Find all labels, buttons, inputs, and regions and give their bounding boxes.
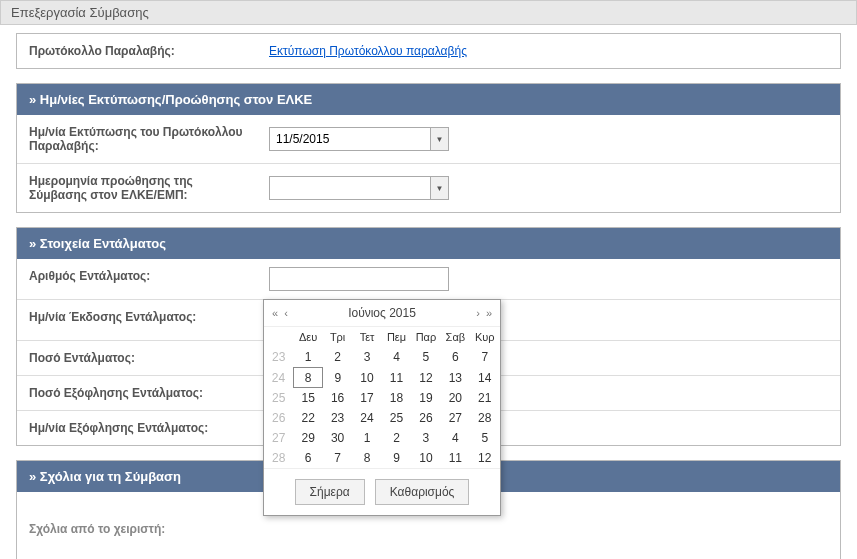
warrant-paid-amount-label: Ποσό Εξόφλησης Εντάλματος:: [17, 376, 257, 410]
warrant-number-label: Αριθμός Εντάλματος:: [17, 259, 257, 299]
elke-header: » Ημ/νίες Εκτύπωσης/Προώθησης στον ΕΛΚΕ: [17, 84, 840, 115]
day-cell[interactable]: 10: [352, 368, 381, 388]
warrant-header: » Στοιχεία Εντάλματος: [17, 228, 840, 259]
print-date-label: Ημ/νία Εκτύπωσης του Πρωτόκολλου Παραλαβ…: [17, 115, 257, 163]
week-number: 24: [264, 368, 293, 388]
day-cell[interactable]: 5: [470, 428, 499, 448]
day-cell[interactable]: 3: [352, 347, 381, 368]
day-cell[interactable]: 22: [293, 408, 322, 428]
day-cell[interactable]: 26: [411, 408, 440, 428]
day-cell[interactable]: 13: [441, 368, 470, 388]
weekday-header: Κυρ: [470, 327, 499, 347]
day-cell[interactable]: 11: [441, 448, 470, 468]
week-number: 28: [264, 448, 293, 468]
day-cell[interactable]: 12: [411, 368, 440, 388]
page-title: Επεξεργασία Σύμβασης: [0, 0, 857, 25]
day-cell[interactable]: 17: [352, 388, 381, 409]
day-cell[interactable]: 15: [293, 388, 322, 409]
prev-month-icon[interactable]: ‹: [284, 307, 288, 319]
warrant-amount-label: Ποσό Εντάλματος:: [17, 341, 257, 375]
day-cell[interactable]: 6: [441, 347, 470, 368]
next-year-icon[interactable]: »: [486, 307, 492, 319]
day-cell[interactable]: 23: [323, 408, 352, 428]
weekday-header: Παρ: [411, 327, 440, 347]
elke-panel: » Ημ/νίες Εκτύπωσης/Προώθησης στον ΕΛΚΕ …: [16, 83, 841, 213]
weekday-header: Σαβ: [441, 327, 470, 347]
next-month-icon[interactable]: ›: [476, 307, 480, 319]
day-cell[interactable]: 7: [470, 347, 499, 368]
warrant-number-input[interactable]: [269, 267, 449, 291]
day-cell[interactable]: 28: [470, 408, 499, 428]
day-cell[interactable]: 20: [441, 388, 470, 409]
day-cell[interactable]: 2: [323, 347, 352, 368]
datepicker-title[interactable]: Ιούνιος 2015: [348, 306, 416, 320]
weekday-header: Τρι: [323, 327, 352, 347]
day-cell[interactable]: 16: [323, 388, 352, 409]
day-cell[interactable]: 18: [382, 388, 411, 409]
day-cell[interactable]: 12: [470, 448, 499, 468]
day-cell[interactable]: 8: [352, 448, 381, 468]
protocol-panel: Πρωτόκολλο Παραλαβής: Εκτύπωση Πρωτόκολλ…: [16, 33, 841, 69]
weekday-header: Δευ: [293, 327, 322, 347]
datepicker-grid: ΔευΤριΤετΠεμΠαρΣαβΚυρ 231234567248910111…: [264, 327, 500, 468]
day-cell[interactable]: 24: [352, 408, 381, 428]
day-cell[interactable]: 14: [470, 368, 499, 388]
protocol-label: Πρωτόκολλο Παραλαβής:: [17, 34, 257, 68]
day-cell[interactable]: 8: [293, 368, 322, 388]
day-cell[interactable]: 4: [441, 428, 470, 448]
clear-button[interactable]: Καθαρισμός: [375, 479, 470, 505]
weekday-header: Πεμ: [382, 327, 411, 347]
day-cell[interactable]: 1: [293, 347, 322, 368]
week-number: 23: [264, 347, 293, 368]
week-number: 27: [264, 428, 293, 448]
forward-date-label: Ημερομηνία προώθησης της Σύμβασης στον Ε…: [17, 164, 257, 212]
day-cell[interactable]: 7: [323, 448, 352, 468]
warrant-issue-date-label: Ημ/νία Έκδοσης Εντάλματος:: [17, 300, 257, 340]
day-cell[interactable]: 29: [293, 428, 322, 448]
print-protocol-link[interactable]: Εκτύπωση Πρωτόκολλου παραλαβής: [269, 44, 467, 58]
print-date-input[interactable]: [270, 128, 430, 150]
day-cell[interactable]: 10: [411, 448, 440, 468]
day-cell[interactable]: 4: [382, 347, 411, 368]
day-cell[interactable]: 9: [323, 368, 352, 388]
week-number: 25: [264, 388, 293, 409]
day-cell[interactable]: 3: [411, 428, 440, 448]
day-cell[interactable]: 21: [470, 388, 499, 409]
day-cell[interactable]: 2: [382, 428, 411, 448]
day-cell[interactable]: 9: [382, 448, 411, 468]
day-cell[interactable]: 19: [411, 388, 440, 409]
prev-year-icon[interactable]: «: [272, 307, 278, 319]
day-cell[interactable]: 11: [382, 368, 411, 388]
forward-date-input[interactable]: [270, 177, 430, 199]
day-cell[interactable]: 30: [323, 428, 352, 448]
warrant-paid-date-label: Ημ/νία Εξόφλησης Εντάλματος:: [17, 411, 257, 445]
day-cell[interactable]: 6: [293, 448, 322, 468]
today-button[interactable]: Σήμερα: [295, 479, 365, 505]
week-number: 26: [264, 408, 293, 428]
day-cell[interactable]: 1: [352, 428, 381, 448]
day-cell[interactable]: 5: [411, 347, 440, 368]
calendar-trigger-icon[interactable]: ▼: [430, 128, 448, 150]
calendar-trigger-icon[interactable]: ▼: [430, 177, 448, 199]
day-cell[interactable]: 25: [382, 408, 411, 428]
weekday-header: Τετ: [352, 327, 381, 347]
datepicker-popup: « ‹ Ιούνιος 2015 › » ΔευΤριΤετΠεμΠαρΣαβΚ…: [263, 299, 501, 516]
day-cell[interactable]: 27: [441, 408, 470, 428]
